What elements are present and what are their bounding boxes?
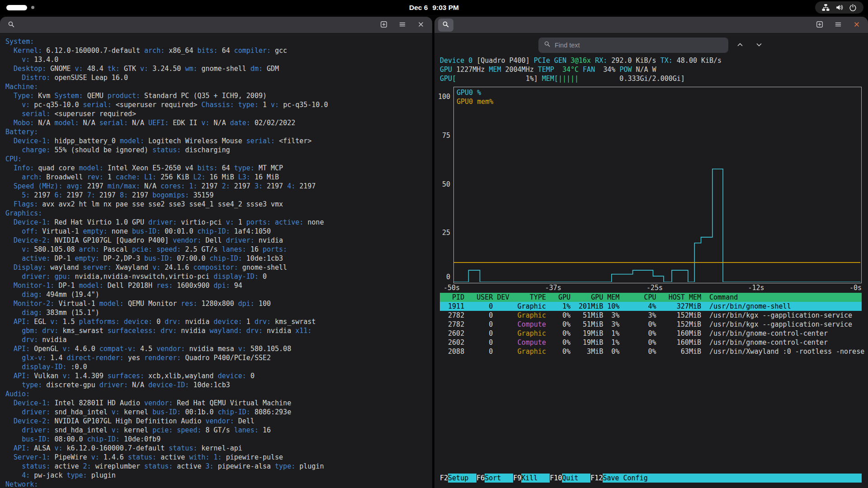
gpu-device-info: Device 0 [Quadro P400] PCIe GEN 3@16x RX… (440, 56, 862, 83)
find-text-input[interactable] (555, 42, 723, 49)
search-icon (442, 21, 449, 29)
new-tab-button[interactable] (376, 19, 392, 32)
power-icon (849, 4, 857, 11)
x-tick-label: -0s (849, 283, 862, 292)
new-tab-button[interactable] (812, 19, 827, 32)
process-row[interactable]: 2782 0 Graphic 0% 51MiB 3% 3% 152MiB /us… (440, 311, 862, 320)
process-row[interactable]: 2602 0 Compute 0% 19MiB 1% 0% 160MiB /us… (440, 338, 862, 347)
chart-x-axis: -50s-37s-25s-12s-0s (443, 283, 862, 292)
clock-time: 9:03 PM (432, 4, 459, 12)
search-button[interactable] (4, 19, 19, 32)
fkey-f9: F9 (513, 474, 521, 483)
search-icon (544, 41, 551, 50)
process-row[interactable]: 2088 0 Graphic 0% 3MiB 0% 0% 63MiB /usr/… (440, 347, 862, 356)
clock[interactable]: Dec 6 9:03 PM (409, 0, 459, 15)
x-tick-label: -12s (748, 283, 764, 292)
find-next-button[interactable] (752, 38, 766, 52)
hamburger-menu-icon (835, 21, 842, 29)
system-tray[interactable] (815, 1, 863, 14)
menu-button[interactable] (395, 19, 410, 32)
close-button[interactable] (413, 19, 429, 32)
top-bar: Dec 6 9:03 PM (0, 0, 868, 15)
workspace-dot (31, 6, 34, 9)
fkey-f12: F12 (590, 474, 603, 483)
fkey-action-save-config[interactable]: Save Config (603, 474, 862, 483)
x-tick-label: -25s (646, 283, 663, 292)
process-row[interactable]: 2782 0 Compute 0% 51MiB 3% 0% 152MiB /us… (440, 320, 862, 329)
chart-y-axis: 1007550250 (440, 87, 453, 283)
close-icon (853, 21, 860, 29)
fkey-action-setup[interactable]: Setup (448, 474, 476, 483)
process-row[interactable]: 2602 0 Graphic 0% 19MiB 1% 0% 160MiB /us… (440, 329, 862, 338)
new-tab-icon (380, 21, 387, 29)
x-tick-label: -50s (443, 283, 460, 292)
left-headerbar (0, 17, 432, 33)
search-button[interactable] (438, 19, 453, 32)
function-key-bar: F2SetupF6SortF9KillF10QuitF12Save Config (440, 474, 862, 483)
fkey-action-sort[interactable]: Sort (485, 474, 513, 483)
close-button[interactable] (849, 19, 864, 32)
y-tick-label: 25 (442, 228, 450, 237)
new-tab-icon (816, 21, 823, 29)
y-tick-label: 0 (446, 272, 450, 282)
find-text-field[interactable] (538, 38, 728, 53)
close-icon (417, 21, 425, 29)
workspace-active-pill (6, 5, 27, 10)
process-table-header: PID USER DEV TYPE GPU GPU MEM CPU HOST M… (440, 293, 862, 302)
y-tick-label: 100 (438, 92, 450, 101)
process-row[interactable]: 1911 0 Graphic 1% 201MiB 10% 4% 327MiB /… (440, 302, 862, 311)
chevron-down-icon (755, 41, 763, 50)
hamburger-menu-icon (399, 21, 406, 29)
fkey-f10: F10 (550, 474, 562, 483)
y-tick-label: 50 (442, 180, 450, 189)
fkey-f6: F6 (476, 474, 485, 483)
fkey-action-quit[interactable]: Quit (562, 474, 590, 483)
inxi-terminal[interactable]: System: Kernel: 6.12.0-160000.7-default … (0, 33, 432, 488)
nvtop-body: Device 0 [Quadro P400] PCIe GEN 3@16x RX… (434, 54, 868, 356)
gpu-chart: GPU0 %GPU0 mem% (453, 87, 862, 283)
network-workgroup-icon (822, 4, 830, 11)
search-icon (8, 21, 15, 29)
inxi-output: System: Kernel: 6.12.0-160000.7-default … (0, 33, 432, 488)
x-tick-label: -37s (545, 283, 561, 292)
chevron-up-icon (736, 41, 744, 50)
console-window-inxi: System: Kernel: 6.12.0-160000.7-default … (0, 17, 432, 488)
workspace-indicator[interactable] (6, 0, 34, 15)
right-headerbar (434, 17, 868, 33)
find-previous-button[interactable] (733, 38, 747, 52)
fkey-action-kill[interactable]: Kill (521, 474, 550, 483)
nvtop-terminal: Device 0 [Quadro P400] PCIe GEN 3@16x RX… (434, 33, 868, 488)
volume-icon (835, 4, 843, 11)
fkey-f2: F2 (440, 474, 448, 483)
y-tick-label: 75 (442, 131, 450, 140)
process-table: PID USER DEV TYPE GPU GPU MEM CPU HOST M… (440, 293, 862, 356)
console-window-nvtop: Device 0 [Quadro P400] PCIe GEN 3@16x RX… (434, 17, 868, 488)
menu-button[interactable] (830, 19, 846, 32)
find-bar (434, 33, 868, 54)
gpu-chart-area: 1007550250 GPU0 %GPU0 mem% (440, 87, 862, 283)
clock-date: Dec 6 (409, 4, 428, 12)
